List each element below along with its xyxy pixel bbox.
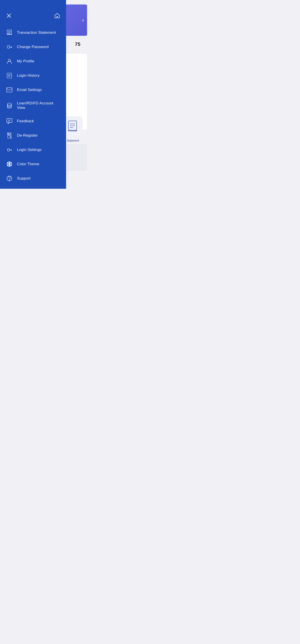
menu-label-change-password: Change Password	[17, 45, 49, 49]
svg-point-35	[10, 165, 11, 166]
svg-point-32	[7, 162, 8, 164]
menu-label-feedback: Feedback	[17, 119, 34, 124]
menu-label-my-profile: My Profile	[17, 59, 34, 64]
theme-icon	[6, 161, 12, 167]
receipt-icon	[6, 30, 12, 36]
menu-label-login-history: Login History	[17, 73, 40, 78]
menu-label-color-theme: Color Theme	[17, 162, 39, 166]
menu-item-de-register[interactable]: De-Register	[0, 128, 66, 143]
svg-rect-21	[7, 118, 12, 122]
svg-point-37	[9, 180, 9, 180]
statement-label: Statement	[67, 139, 79, 142]
app-container: › 75 Statement	[0, 0, 87, 189]
menu-label-support: Support	[17, 176, 31, 181]
support-icon	[6, 175, 12, 182]
menu-item-my-profile[interactable]: My Profile	[0, 54, 66, 68]
menu-label-de-register: De-Register	[17, 133, 38, 138]
menu-label-transaction-statement: Transaction Statement	[17, 30, 56, 35]
menu-label-loan-account: Loan/RD/FD Account View	[17, 101, 60, 110]
deregister-icon	[6, 132, 12, 139]
menu-item-login-settings[interactable]: Login Settings	[0, 143, 66, 157]
side-drawer: Transaction Statement Change Password	[0, 0, 66, 189]
savings-icon	[6, 102, 12, 109]
menu-item-support[interactable]: Support	[0, 171, 66, 186]
settings-key-icon	[6, 147, 12, 153]
bg-number: 75	[75, 41, 80, 47]
svg-rect-19	[7, 88, 12, 92]
svg-point-20	[7, 103, 12, 105]
close-button[interactable]	[5, 12, 12, 19]
profile-icon	[6, 58, 12, 64]
svg-point-10	[7, 46, 10, 48]
menu-item-exit[interactable]: Exit	[0, 186, 66, 189]
list-icon	[6, 72, 12, 79]
menu-item-loan-account[interactable]: Loan/RD/FD Account View	[0, 97, 66, 114]
drawer-header	[0, 0, 66, 24]
svg-rect-0	[69, 121, 77, 131]
svg-point-33	[10, 162, 11, 164]
menu-item-feedback[interactable]: Feedback	[0, 114, 66, 128]
chevron-right-icon: ›	[82, 16, 84, 24]
home-button[interactable]	[54, 12, 61, 19]
menu-item-transaction-statement[interactable]: Transaction Statement	[0, 26, 66, 40]
menu-label-login-settings: Login Settings	[17, 148, 42, 152]
email-icon	[6, 87, 12, 93]
menu-item-login-history[interactable]: Login History	[0, 68, 66, 83]
menu-item-change-password[interactable]: Change Password	[0, 40, 66, 54]
key-icon	[6, 44, 12, 50]
menu-item-color-theme[interactable]: Color Theme	[0, 157, 66, 171]
menu-item-email-settings[interactable]: Email Settings	[0, 83, 66, 97]
menu-list: Transaction Statement Change Password	[0, 24, 66, 189]
menu-label-email-settings: Email Settings	[17, 88, 42, 92]
svg-point-34	[7, 165, 8, 166]
feedback-icon	[6, 118, 12, 124]
